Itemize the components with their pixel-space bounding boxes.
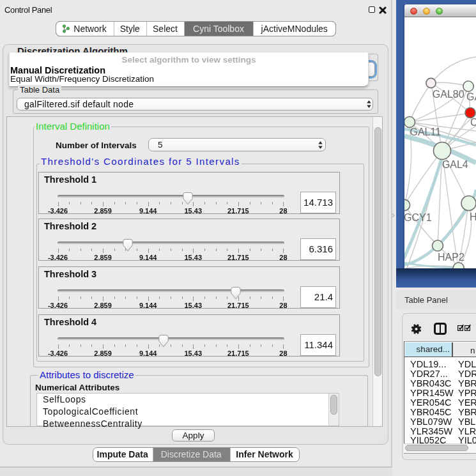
svg-text:GA: GA <box>466 91 476 102</box>
svg-text:GAL80: GAL80 <box>433 89 464 100</box>
svg-text:GCY1: GCY1 <box>404 212 432 223</box>
svg-text:HAP2: HAP2 <box>438 252 464 263</box>
svg-text:GAL4: GAL4 <box>442 159 468 170</box>
svg-text:C: C <box>470 117 476 128</box>
svg-text:H: H <box>470 211 476 222</box>
svg-text:GAL11: GAL11 <box>410 127 441 137</box>
